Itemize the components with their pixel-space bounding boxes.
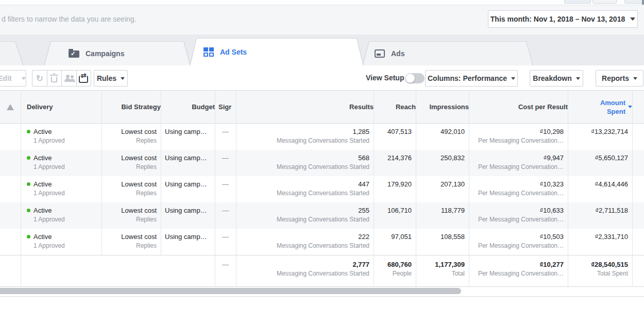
sort-descending-icon <box>628 106 632 108</box>
chevron-down-icon <box>511 77 515 80</box>
table-row[interactable]: Active1 Approved Lowest costReplies Usin… <box>0 176 644 202</box>
active-status-dot <box>27 209 30 212</box>
chevron-down-icon <box>121 77 125 80</box>
rules-label: Rules <box>97 74 116 82</box>
view-setup-toggle[interactable] <box>405 73 425 83</box>
table-row[interactable]: Active1 Approved Lowest costReplies Usin… <box>0 150 644 176</box>
split-test-icon: ⇄ <box>79 76 88 83</box>
delete-button[interactable] <box>47 71 62 86</box>
reports-button[interactable]: Reports <box>596 70 643 87</box>
active-status-dot <box>27 235 30 238</box>
tab-partial-left[interactable] <box>0 41 24 65</box>
refresh-button[interactable]: ↻ <box>32 71 47 86</box>
column-header-results[interactable]: Results <box>236 91 378 123</box>
column-header-impressions[interactable]: Impressions <box>416 91 473 123</box>
tab-ad-sets-label: Ad Sets <box>220 48 247 56</box>
clipped-toolbar-button[interactable] <box>592 0 617 4</box>
tab-campaigns-label: Campaigns <box>86 49 124 58</box>
breakdown-label: Breakdown <box>533 74 571 82</box>
ab-test-button[interactable]: ⇄ <box>77 71 91 86</box>
tab-campaigns[interactable]: Campaigns <box>44 41 191 65</box>
edit-label: Edit <box>0 74 18 82</box>
clipped-toolbar-button[interactable] <box>624 0 642 4</box>
date-range-label: This month: Nov 1, 2018 – Nov 13, 2018 <box>490 15 625 23</box>
ad-sets-grid-icon <box>204 47 214 57</box>
divider <box>0 296 644 297</box>
column-header-warnings[interactable] <box>0 91 21 123</box>
tab-strip: Campaigns Ad Sets Ads <box>0 35 644 65</box>
column-header-amount-spent[interactable]: Amount Spent <box>568 91 636 123</box>
horizontal-scrollbar-thumb[interactable] <box>0 288 461 294</box>
clipped-toolbar-button[interactable] <box>564 0 591 4</box>
chevron-down-icon <box>633 77 637 80</box>
view-setup-label: View Setup <box>366 74 404 82</box>
breakdown-button[interactable]: Breakdown <box>530 70 583 87</box>
tab-ads[interactable]: Ads <box>362 41 533 65</box>
toolbar-icon-group: ↻ + ⇄ <box>32 70 91 87</box>
active-status-dot <box>27 130 30 133</box>
tab-ad-sets[interactable]: Ad Sets <box>190 38 364 65</box>
campaigns-folder-icon <box>69 50 79 58</box>
clipped-edge-element <box>642 0 644 5</box>
table-header-row: Delivery Bid Strategy Budget Sigr Result… <box>0 90 644 124</box>
audience-button[interactable]: + <box>62 71 76 86</box>
chevron-down-icon <box>630 18 635 21</box>
rules-button[interactable]: Rules <box>94 70 128 87</box>
column-header-cost-per-result[interactable]: Cost per Result <box>469 91 572 123</box>
columns-button[interactable]: Columns: Performance <box>425 70 518 87</box>
warning-triangle-icon <box>7 104 14 110</box>
table-row[interactable]: Active1 Approved Lowest costReplies Usin… <box>0 229 644 255</box>
amount-spent-line1: Amount <box>600 98 625 107</box>
reports-label: Reports <box>602 74 629 82</box>
filter-hint-text: d filters to narrow the data you are see… <box>2 15 136 23</box>
tab-ads-label: Ads <box>391 49 404 58</box>
date-range-button[interactable]: This month: Nov 1, 2018 – Nov 13, 2018 <box>488 10 638 28</box>
active-status-dot <box>27 156 30 160</box>
column-header-reach[interactable]: Reach <box>374 91 420 123</box>
columns-label: Columns: Performance <box>428 74 507 82</box>
ads-screen-icon <box>375 49 385 58</box>
refresh-icon: ↻ <box>36 74 43 83</box>
active-status-dot <box>27 182 30 186</box>
amount-spent-line2: Spent <box>600 107 625 116</box>
edit-button[interactable]: Edit <box>0 70 26 87</box>
column-header-bid-strategy[interactable]: Bid Strategy <box>101 91 165 123</box>
ads-manager-screen: d filters to narrow the data you are see… <box>0 0 644 325</box>
top-strip <box>0 0 644 5</box>
table-row[interactable]: Active1 Approved Lowest costReplies Usin… <box>0 202 644 229</box>
column-header-delivery[interactable]: Delivery <box>21 91 108 123</box>
table-row[interactable]: Active1 Approved Lowest costReplies Usin… <box>0 124 644 150</box>
trash-icon <box>51 77 57 82</box>
people-icon: + <box>64 74 74 82</box>
chevron-down-icon[interactable] <box>22 77 26 80</box>
chevron-down-icon <box>576 77 580 80</box>
column-header-budget[interactable]: Budget <box>161 91 219 123</box>
table-totals-row: — 2,777Messaging Conversations Started 6… <box>0 255 644 287</box>
